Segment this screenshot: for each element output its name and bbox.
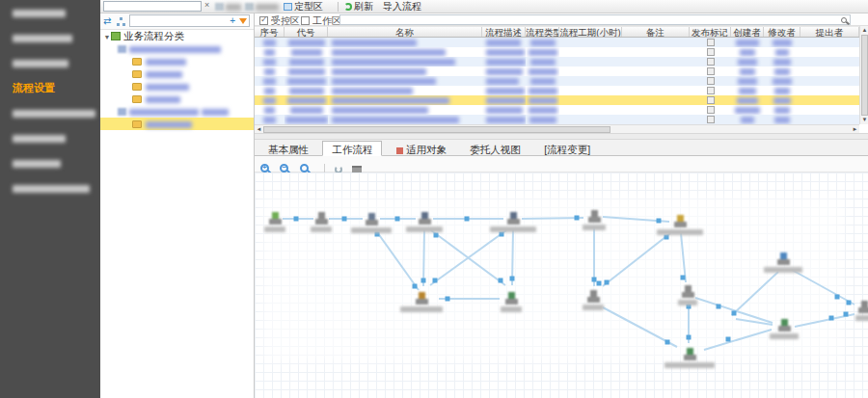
table-row-selected[interactable]: [255, 95, 859, 105]
sidebar-item-redacted[interactable]: [0, 50, 100, 75]
table-row[interactable]: [255, 76, 859, 86]
category-root-icon: [111, 32, 121, 40]
workflow-node[interactable]: [657, 215, 703, 235]
workflow-node[interactable]: [501, 292, 522, 312]
sidebar-item-label: 流程设置: [13, 82, 55, 93]
workflow-canvas[interactable]: [255, 172, 868, 398]
workflow-node[interactable]: [490, 212, 536, 232]
column-header[interactable]: 名称: [328, 27, 482, 37]
table-row[interactable]: [255, 38, 859, 47]
table-cell: [690, 66, 731, 76]
table-row[interactable]: [255, 47, 859, 57]
column-header[interactable]: 序号: [255, 27, 285, 37]
workflow-node[interactable]: [406, 212, 443, 232]
filter-funnel-icon[interactable]: [239, 18, 247, 24]
column-header[interactable]: 代号: [285, 27, 328, 37]
task-node-icon: [416, 292, 428, 305]
workflow-node[interactable]: [665, 348, 715, 368]
tree-item[interactable]: [100, 80, 254, 93]
table-row[interactable]: [255, 66, 859, 76]
hierarchy-icon[interactable]: [117, 17, 125, 26]
workflow-node[interactable]: [764, 252, 802, 273]
table-cell: [622, 66, 690, 76]
workflow-node[interactable]: [855, 301, 868, 321]
sidebar-item-redacted[interactable]: [0, 150, 100, 175]
column-header[interactable]: 修改者: [764, 27, 800, 37]
disabled-toolbar-button[interactable]: [245, 1, 279, 13]
sidebar-item-redacted[interactable]: [0, 125, 100, 150]
refresh-icon: [344, 3, 352, 11]
tab-applicable-objects[interactable]: 适用对象: [387, 141, 456, 156]
toolbar-combo-input[interactable]: [103, 1, 202, 12]
tree-item[interactable]: [100, 93, 254, 105]
panel-splitter[interactable]: [255, 133, 868, 140]
scroll-up-icon[interactable]: ▲: [860, 26, 868, 35]
tree-item[interactable]: [100, 42, 254, 55]
tab-basic-properties[interactable]: 基本属性: [258, 141, 318, 156]
tree-item[interactable]: [100, 105, 254, 118]
tab-process-change[interactable]: [流程变更]: [534, 141, 600, 156]
workflow-node[interactable]: [678, 285, 697, 305]
column-header[interactable]: 创建者: [731, 27, 764, 37]
table-cell: [482, 86, 526, 95]
table-cell: [285, 66, 328, 76]
workflow-node[interactable]: [400, 292, 443, 312]
column-header[interactable]: 发布标记: [690, 27, 731, 37]
magnifier-icon[interactable]: [841, 17, 847, 23]
vertical-scroll-thumb[interactable]: [861, 35, 868, 116]
zoom-in-icon[interactable]: +: [260, 164, 269, 172]
table-cell: [764, 38, 800, 47]
column-header[interactable]: 流程类型: [526, 27, 559, 37]
column-header[interactable]: 提出者: [800, 27, 859, 37]
workflow-node-start[interactable]: [264, 212, 285, 232]
task-node-icon: [778, 319, 791, 332]
swap-refresh-icon[interactable]: ⇄: [103, 15, 111, 26]
zoom-fit-icon[interactable]: [300, 164, 309, 172]
tab-workflow[interactable]: 工作流程: [322, 141, 382, 156]
table-cell: [622, 95, 690, 105]
disabled-toolbar-button[interactable]: [215, 1, 241, 13]
scroll-down-icon[interactable]: ▼: [860, 116, 868, 124]
collapse-icon[interactable]: ×: [204, 0, 209, 10]
table-cell: [285, 95, 328, 105]
sidebar-item-process-settings[interactable]: 流程设置: [0, 75, 100, 100]
table-cell: [526, 47, 559, 57]
tree-search-input[interactable]: [131, 16, 228, 25]
workflow-node[interactable]: [583, 290, 604, 310]
tree-item[interactable]: [100, 55, 254, 67]
category-icon: [118, 45, 126, 53]
zoom-out-icon[interactable]: −: [280, 164, 288, 172]
workflow-node[interactable]: [311, 212, 332, 232]
tree-root-item[interactable]: ▼业务流程分类: [100, 30, 254, 42]
task-node-icon: [684, 348, 696, 360]
release-flag-checkbox-icon: [707, 48, 715, 56]
sidebar-item-redacted[interactable]: [0, 100, 100, 125]
sidebar-item-redacted[interactable]: [0, 175, 100, 200]
add-icon[interactable]: +: [230, 15, 235, 27]
workflow-node[interactable]: [351, 213, 392, 233]
column-header[interactable]: 流程描述: [482, 27, 526, 37]
column-header[interactable]: 流程工期(小时): [559, 27, 622, 37]
tree-item-selected[interactable]: [100, 118, 254, 130]
table-horizontal-scrollbar[interactable]: ◄ ►: [255, 124, 859, 133]
table-row[interactable]: [255, 105, 859, 115]
sidebar-item-redacted[interactable]: [0, 25, 100, 50]
horizontal-scroll-thumb[interactable]: [263, 126, 610, 133]
import-process-button[interactable]: 导入流程: [383, 1, 421, 13]
table-cell: [731, 95, 764, 105]
table-search-input[interactable]: [341, 15, 835, 24]
finalized-zone-button[interactable]: 定型区: [284, 1, 323, 13]
refresh-button[interactable]: 刷新: [344, 1, 373, 13]
workflow-node[interactable]: [583, 210, 606, 230]
table-cell: [731, 76, 764, 86]
table-row[interactable]: [255, 115, 859, 124]
table-row[interactable]: [255, 57, 859, 66]
sidebar-item-redacted[interactable]: [0, 0, 100, 25]
table-vertical-scrollbar[interactable]: ▲ ▼: [859, 26, 868, 124]
node-label: [501, 306, 522, 312]
tab-delegate-view[interactable]: 委托人视图: [460, 141, 530, 156]
table-row[interactable]: [255, 86, 859, 95]
column-header[interactable]: 备注: [622, 27, 690, 37]
workflow-node[interactable]: [770, 319, 799, 339]
tree-item[interactable]: [100, 67, 254, 80]
